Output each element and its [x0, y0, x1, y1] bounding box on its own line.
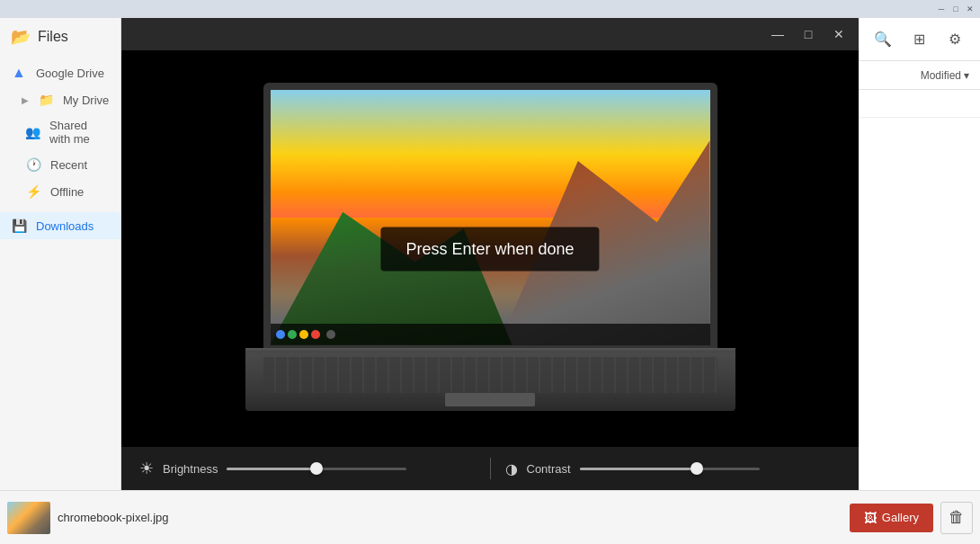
gallery-icon: 🖼 — [864, 511, 877, 525]
sidebar-item-shared[interactable]: 👥 Shared with me — [0, 113, 120, 151]
close-btn[interactable]: ✕ — [964, 3, 976, 15]
google-drive-icon: ▲ — [11, 65, 27, 81]
viewer-titlebar: — □ ✕ — [121, 18, 859, 50]
taskbar-dot-blue — [276, 330, 285, 339]
brightness-fill — [227, 468, 316, 470]
viewer-minimize-icon: — — [771, 27, 784, 41]
main-container: 📂 Files ▲ Google Drive ▶ 📁 My Drive 👥 Sh… — [0, 18, 980, 544]
thumb-filename: chromebook-pixel.jpg — [58, 511, 169, 524]
thumb-img-inner — [7, 502, 50, 534]
downloads-label: Downloads — [36, 219, 94, 233]
brightness-label: Brightness — [163, 462, 218, 476]
sidebar: 📂 Files ▲ Google Drive ▶ 📁 My Drive 👥 Sh… — [0, 18, 121, 544]
adjustment-bar: ☀ Brightness ◑ Contrast — [121, 447, 859, 490]
press-enter-overlay: Press Enter when done — [380, 227, 599, 271]
google-drive-label: Google Drive — [36, 67, 104, 80]
contrast-fill — [580, 468, 697, 470]
contrast-section: ◑ Contrast — [505, 460, 842, 477]
image-viewer: — □ ✕ — [121, 18, 859, 544]
grid-view-button[interactable]: ⊞ — [904, 25, 933, 54]
my-drive-label: My Drive — [63, 94, 109, 107]
viewer-maximize-btn[interactable]: □ — [796, 22, 821, 47]
minimize-btn[interactable]: ─ — [935, 3, 948, 15]
sky-bg — [271, 90, 710, 218]
app-title: Files — [38, 29, 68, 45]
sidebar-item-downloads[interactable]: 💾 Downloads — [0, 212, 120, 239]
gallery-button[interactable]: 🖼 Gallery — [850, 504, 933, 532]
sidebar-item-google-drive[interactable]: ▲ Google Drive — [0, 59, 120, 86]
brightness-icon: ☀ — [139, 459, 154, 478]
brightness-thumb[interactable] — [310, 462, 323, 475]
recent-icon: 🕐 — [25, 156, 41, 173]
keyboard — [263, 357, 717, 393]
downloads-icon: 💾 — [11, 218, 27, 234]
shared-icon: 👥 — [25, 124, 40, 140]
screen — [263, 83, 717, 352]
contrast-thumb[interactable] — [690, 462, 703, 475]
thumbnail-item[interactable]: chromebook-pixel.jpg — [7, 502, 842, 534]
thumbnail-bar: chromebook-pixel.jpg 🖼 Gallery 🗑 — [0, 490, 980, 544]
sort-modified-btn[interactable]: Modified ▾ — [921, 69, 969, 82]
contrast-label: Contrast — [527, 462, 571, 476]
screen-taskbar — [271, 324, 710, 345]
window-chrome: ─ □ ✕ — [0, 0, 980, 18]
touchpad — [445, 393, 535, 406]
viewer-close-icon: ✕ — [833, 27, 844, 41]
viewer-minimize-btn[interactable]: — — [765, 22, 790, 47]
delete-bar-icon: 🗑 — [949, 508, 965, 527]
adj-divider — [490, 458, 491, 479]
my-drive-icon: 📁 — [38, 92, 54, 108]
taskbar-dot-red — [311, 330, 320, 339]
settings-button[interactable]: ⚙ — [940, 25, 969, 54]
contrast-slider[interactable] — [580, 468, 760, 470]
offline-icon: ⚡ — [25, 183, 41, 200]
viewer-maximize-icon: □ — [805, 27, 812, 41]
delete-bar-button[interactable]: 🗑 — [940, 502, 973, 534]
sidebar-item-offline[interactable]: ⚡ Offline — [0, 178, 120, 205]
press-enter-text: Press Enter when done — [405, 239, 574, 257]
expand-arrow-icon: ▶ — [22, 95, 29, 105]
gallery-label: Gallery — [882, 511, 919, 524]
base — [245, 352, 735, 411]
files-icon: 📂 — [11, 27, 31, 47]
viewer-close-btn[interactable]: ✕ — [826, 22, 851, 47]
thumb-preview — [7, 502, 50, 534]
sort-label: Modified — [921, 69, 961, 82]
taskbar-dot-yellow — [299, 330, 308, 339]
sidebar-item-my-drive[interactable]: ▶ 📁 My Drive — [0, 86, 120, 113]
local-section: 💾 Downloads — [0, 209, 120, 243]
taskbar-dot-gray — [326, 330, 335, 339]
viewer-main: Press Enter when done — [121, 50, 859, 447]
contrast-icon: ◑ — [505, 460, 518, 477]
search-button[interactable]: 🔍 — [869, 25, 897, 54]
brightness-section: ☀ Brightness — [139, 459, 476, 478]
offline-label: Offline — [50, 185, 84, 199]
taskbar-dot-green — [288, 330, 297, 339]
recent-label: Recent — [50, 158, 87, 172]
brightness-slider[interactable] — [227, 468, 406, 470]
google-drive-section: ▲ Google Drive ▶ 📁 My Drive 👥 Shared wit… — [0, 56, 120, 209]
sort-arrow-icon: ▾ — [964, 69, 969, 82]
files-panel: 🔍 ⊞ ⚙ Modified ▾ 2:33 PM — □ — [121, 18, 980, 544]
sidebar-item-recent[interactable]: 🕐 Recent — [0, 151, 120, 178]
maximize-btn[interactable]: □ — [949, 3, 962, 15]
shared-label: Shared with me — [49, 119, 110, 146]
sidebar-header: 📂 Files — [0, 18, 120, 56]
